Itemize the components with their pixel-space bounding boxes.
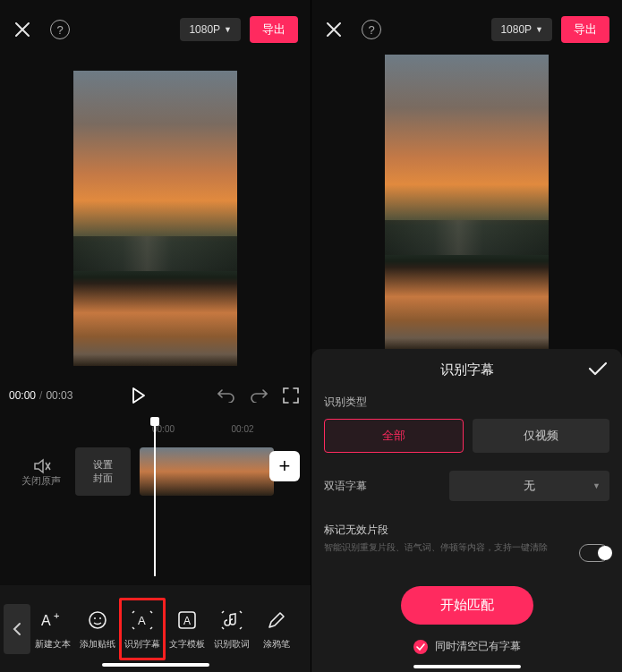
time-total: 00:03	[46, 389, 72, 402]
tool-label: 涂鸦笔	[263, 638, 290, 651]
bottom-toolbar: A+ 新建文本 添加贴纸 A 识别字幕 A 文字模板 识别歌词	[0, 585, 311, 672]
resolution-value: 1080P	[500, 23, 532, 36]
export-button[interactable]: 导出	[561, 16, 609, 43]
subtitle-recognize-icon: A	[130, 608, 155, 633]
resolution-value: 1080P	[189, 23, 220, 36]
resolution-dropdown[interactable]: 1080P ▼	[180, 18, 241, 41]
mark-hint: 智能识别重复片段、语气词、停顿等内容，支持一键清除	[324, 541, 609, 554]
mark-invalid-toggle[interactable]	[579, 544, 609, 562]
ruler-tick: 00:02	[232, 424, 311, 438]
ruler-tick: 00:00	[152, 424, 232, 438]
help-icon[interactable]: ?	[362, 20, 381, 39]
bilingual-select[interactable]: 无 ▼	[449, 471, 609, 501]
home-indicator	[413, 665, 521, 668]
sticker-icon	[85, 608, 110, 633]
export-button[interactable]: 导出	[250, 16, 298, 43]
editor-main-pane: ? 1080P ▼ 导出 00:00 / 00:03 00:	[0, 0, 311, 672]
tool-recognize-lyrics[interactable]: 识别歌词	[209, 608, 255, 651]
mute-label: 关闭原声	[21, 474, 61, 488]
tool-label: 新建文本	[35, 638, 71, 651]
svg-text:+: +	[54, 610, 59, 621]
svg-point-2	[89, 612, 106, 628]
video-preview[interactable]	[385, 55, 549, 350]
editor-settings-pane: ? 1080P ▼ 导出 识别字幕 识别类型 全部 仅视频 双语字幕 无 ▼	[311, 0, 622, 672]
fullscreen-icon[interactable]	[280, 385, 302, 406]
mute-toggle[interactable]: 关闭原声	[7, 456, 75, 488]
seg-all[interactable]: 全部	[324, 419, 464, 453]
clear-label: 同时清空已有字幕	[435, 639, 521, 654]
svg-text:A: A	[41, 613, 51, 628]
redo-icon[interactable]	[248, 385, 269, 406]
svg-text:A: A	[138, 614, 146, 627]
transport-bar: 00:00 / 00:03	[0, 378, 311, 413]
start-match-button[interactable]: 开始匹配	[401, 586, 533, 625]
sheet-title: 识别字幕	[324, 362, 609, 379]
chevron-down-icon: ▼	[224, 25, 232, 34]
topbar: ? 1080P ▼ 导出	[0, 0, 311, 59]
svg-point-4	[99, 617, 101, 619]
topbar: ? 1080P ▼ 导出	[311, 0, 622, 59]
set-cover-button[interactable]: 设置 封面	[75, 447, 131, 496]
bilingual-label: 双语字幕	[324, 479, 378, 494]
mark-label: 标记无效片段	[324, 523, 609, 538]
lyrics-recognize-icon	[219, 608, 244, 633]
svg-text:A: A	[183, 615, 191, 627]
text-plus-icon: A+	[40, 608, 65, 633]
tool-label: 文字模板	[169, 638, 205, 651]
check-circle-icon	[413, 640, 428, 654]
playhead[interactable]	[154, 421, 156, 576]
preview-area	[0, 59, 311, 378]
type-segmented: 全部 仅视频	[324, 419, 609, 453]
help-icon[interactable]: ?	[50, 20, 70, 39]
subtitle-settings-sheet: 识别字幕 识别类型 全部 仅视频 双语字幕 无 ▼ 标记无效片段 智能识别重复片…	[311, 349, 622, 672]
speaker-off-icon	[32, 456, 50, 474]
undo-icon[interactable]	[216, 385, 237, 406]
video-clip[interactable]	[140, 447, 274, 496]
pencil-icon	[264, 608, 289, 633]
resolution-dropdown[interactable]: 1080P ▼	[491, 18, 552, 41]
play-button[interactable]	[126, 383, 151, 408]
confirm-button[interactable]	[588, 362, 608, 379]
tool-text-template[interactable]: A 文字模板	[164, 608, 210, 651]
type-label: 识别类型	[324, 395, 609, 410]
mark-invalid-row: 标记无效片段 智能识别重复片段、语气词、停顿等内容，支持一键清除	[324, 523, 609, 554]
chevron-down-icon: ▼	[592, 481, 601, 490]
timeline[interactable]: 00:00 00:02 关闭原声 设置 封面 +	[0, 413, 311, 585]
tool-recognize-subtitles[interactable]: A 识别字幕	[119, 598, 166, 660]
svg-point-3	[94, 617, 96, 619]
seg-video-only[interactable]: 仅视频	[473, 419, 610, 453]
text-template-icon: A	[175, 608, 200, 633]
bilingual-value: 无	[524, 478, 535, 494]
time-current: 00:00	[9, 389, 36, 402]
home-indicator	[102, 663, 209, 667]
cover-label: 设置 封面	[93, 458, 113, 485]
time-separator: /	[39, 389, 42, 402]
preview-area	[311, 59, 622, 345]
bilingual-row: 双语字幕 无 ▼	[324, 471, 609, 501]
close-icon[interactable]	[324, 20, 344, 39]
tool-label: 识别歌词	[214, 638, 250, 651]
tool-label: 识别字幕	[124, 638, 160, 651]
add-clip-button[interactable]: +	[269, 451, 300, 481]
back-button[interactable]	[4, 604, 30, 654]
tool-label: 添加贴纸	[80, 638, 115, 651]
tool-doodle[interactable]: 涂鸦笔	[253, 608, 300, 651]
close-icon[interactable]	[13, 20, 32, 39]
chevron-down-icon: ▼	[535, 25, 543, 34]
clear-existing-checkbox[interactable]: 同时清空已有字幕	[324, 639, 609, 654]
tool-add-sticker[interactable]: 添加贴纸	[74, 608, 121, 651]
video-preview[interactable]	[73, 71, 237, 366]
tool-new-text[interactable]: A+ 新建文本	[30, 608, 76, 651]
